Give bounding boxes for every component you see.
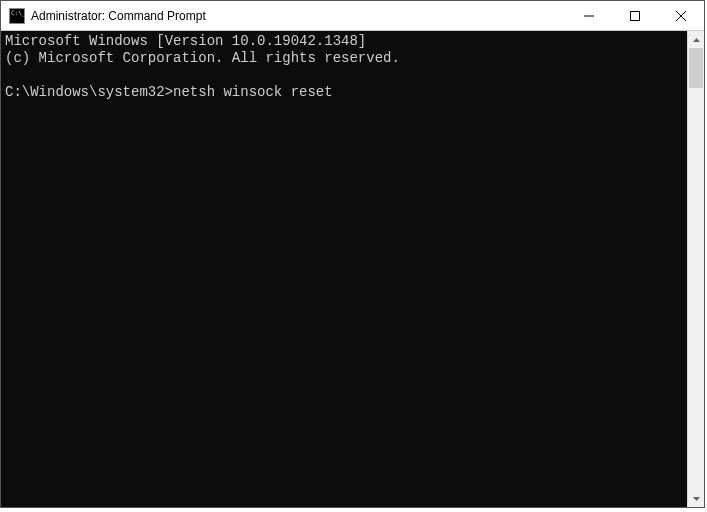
command-input[interactable]: netsh winsock reset <box>173 84 333 100</box>
svg-marker-4 <box>693 38 700 42</box>
cmd-icon <box>9 8 25 24</box>
scroll-down-button[interactable] <box>688 490 704 507</box>
window-controls <box>566 1 704 30</box>
scroll-track[interactable] <box>688 48 704 490</box>
titlebar[interactable]: Administrator: Command Prompt <box>1 1 704 31</box>
window-title: Administrator: Command Prompt <box>31 9 566 23</box>
vertical-scrollbar[interactable] <box>687 31 704 507</box>
copyright-line: (c) Microsoft Corporation. All rights re… <box>5 50 400 66</box>
scroll-thumb[interactable] <box>689 48 703 88</box>
version-line: Microsoft Windows [Version 10.0.19042.13… <box>5 33 366 49</box>
svg-rect-1 <box>631 11 640 20</box>
client-area: Microsoft Windows [Version 10.0.19042.13… <box>1 31 704 507</box>
close-button[interactable] <box>658 1 704 30</box>
maximize-button[interactable] <box>612 1 658 30</box>
minimize-button[interactable] <box>566 1 612 30</box>
prompt-path: C:\Windows\system32> <box>5 84 173 100</box>
command-prompt-window: Administrator: Command Prompt Microsoft … <box>0 0 705 508</box>
scroll-up-button[interactable] <box>688 31 704 48</box>
console-output[interactable]: Microsoft Windows [Version 10.0.19042.13… <box>1 31 687 507</box>
svg-marker-5 <box>693 497 700 501</box>
